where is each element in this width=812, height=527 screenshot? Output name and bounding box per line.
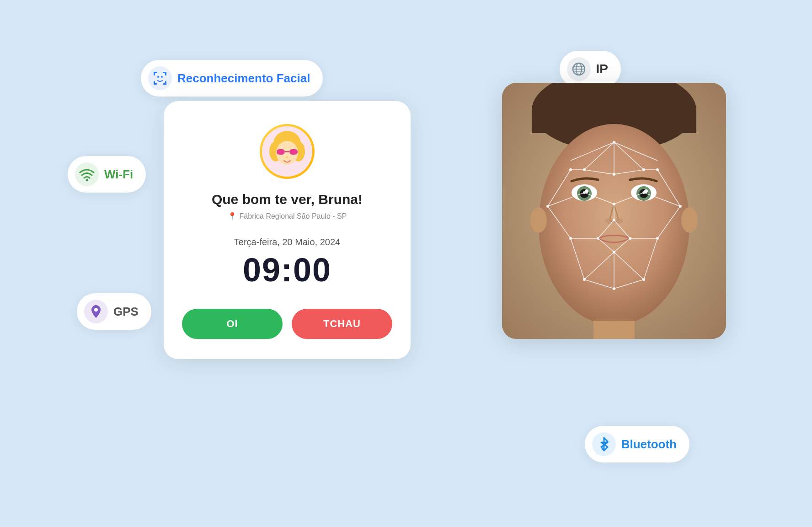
svg-point-77 [613,173,615,176]
svg-point-80 [546,205,549,208]
svg-point-86 [569,237,572,240]
face-bg [502,83,726,339]
wifi-chip[interactable]: Wi-Fi [68,156,146,193]
facial-chip[interactable]: Reconhecimento Facial [141,60,323,97]
wifi-label: Wi-Fi [104,167,133,182]
svg-point-82 [583,191,586,194]
svg-point-84 [613,203,615,205]
svg-rect-7 [165,81,166,85]
svg-point-9 [161,76,163,78]
date-label: Terça-feira, 20 Maio, 2024 [234,237,340,247]
facial-label: Reconhecimento Facial [177,71,310,86]
tchau-button[interactable]: TCHAU [292,309,392,339]
scene: Reconhecimento Facial IP Wi-Fi [40,23,772,504]
svg-rect-3 [165,72,166,75]
svg-point-75 [583,168,586,171]
svg-point-91 [583,278,586,281]
svg-rect-1 [154,72,155,75]
svg-point-38 [605,218,614,224]
gps-label: GPS [113,305,139,319]
svg-rect-5 [154,81,155,85]
face-scan-icon [148,66,172,90]
ip-chip[interactable]: IP [560,51,621,87]
svg-point-85 [613,219,615,221]
svg-point-90 [613,251,615,253]
svg-point-25 [286,156,288,158]
oi-button[interactable]: OI [182,309,283,339]
gps-icon [84,300,108,323]
ip-label: IP [596,62,608,76]
svg-point-88 [597,237,599,240]
location-pin-icon: 📍 [228,212,237,220]
location-row: 📍 Fábrica Regional São Paulo - SP [228,212,347,220]
greeting-text: Que bom te ver, Bruna! [212,192,363,207]
avatar-wrapper [260,124,315,179]
svg-point-74 [613,141,615,144]
main-card: Que bom te ver, Bruna! 📍 Fábrica Regiona… [164,101,411,359]
svg-point-89 [629,237,631,240]
bluetooth-chip[interactable]: Bluetooth [585,426,689,462]
svg-point-81 [679,205,682,208]
wifi-icon [75,162,99,186]
svg-point-40 [530,207,547,233]
face-panel [502,83,726,339]
bluetooth-label: Bluetooth [621,437,677,452]
action-buttons: OI TCHAU [182,309,392,339]
svg-point-15 [86,179,88,181]
svg-point-8 [157,76,159,78]
svg-point-41 [681,207,698,233]
gps-chip[interactable]: GPS [77,293,151,330]
svg-point-87 [656,237,659,240]
svg-rect-22 [277,149,285,155]
svg-point-76 [642,168,645,171]
svg-point-92 [642,278,645,281]
svg-point-79 [656,168,659,171]
svg-point-83 [642,191,645,194]
globe-icon [567,57,591,81]
time-display: 09:00 [243,251,331,289]
svg-point-16 [94,308,98,312]
svg-rect-42 [593,321,635,339]
location-text: Fábrica Regional São Paulo - SP [240,212,347,220]
bluetooth-icon [592,432,616,456]
svg-point-93 [613,287,615,290]
svg-point-39 [614,218,623,224]
svg-point-78 [569,168,572,171]
avatar [262,126,312,177]
svg-rect-23 [289,149,298,155]
